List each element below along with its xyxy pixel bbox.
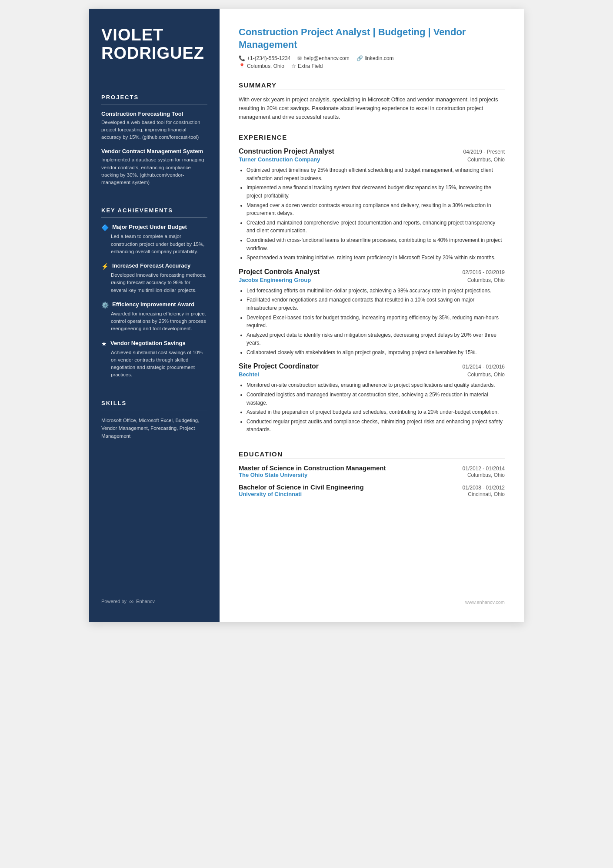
main-footer: www.enhancv.com — [239, 591, 505, 605]
main-content: Construction Project Analyst | Budgeting… — [220, 9, 524, 622]
education-item-1: Master of Science in Construction Manage… — [239, 464, 505, 478]
bullet: Coordinated with cross-functional teams … — [247, 236, 505, 252]
exp-bullets-2: Led forecasting efforts on multimillion-… — [239, 287, 505, 357]
exp-header-1: Construction Project Analyst 04/2019 - P… — [239, 147, 505, 155]
exp-header-3: Site Project Coordinator 01/2014 - 01/20… — [239, 362, 505, 370]
star-icon: ☆ — [291, 63, 296, 69]
phone-contact: 📞 +1-(234)-555-1234 — [239, 55, 290, 61]
achievement-icon-efficiency: ⚙️ — [101, 302, 109, 308]
exp-date-2: 02/2016 - 03/2019 — [463, 269, 505, 275]
exp-location-3: Columbus, Ohio — [467, 372, 505, 378]
achievement-icon-budget: 🔷 — [101, 224, 109, 231]
achievement-desc: Achieved substantial cost savings of 10%… — [101, 349, 207, 379]
exp-company-row-2: Jacobs Engineering Group Columbus, Ohio — [239, 277, 505, 283]
projects-divider — [101, 104, 207, 104]
exp-date-1: 04/2019 - Present — [463, 149, 505, 155]
exp-company-row-1: Turner Construction Company Columbus, Oh… — [239, 156, 505, 163]
exp-role-2: Project Controls Analyst — [239, 268, 320, 276]
exp-location-2: Columbus, Ohio — [467, 277, 505, 283]
edu-date-2: 01/2008 - 01/2012 — [463, 485, 505, 491]
projects-section-title: PROJECTS — [101, 94, 207, 101]
achievement-title: Major Project Under Budget — [112, 224, 187, 231]
brand-logo-icon: ∞ — [129, 598, 133, 605]
edu-school-row-2: University of Cincinnati Cincinnati, Ohi… — [239, 491, 505, 497]
email-icon: ✉ — [297, 55, 302, 61]
bullet: Assisted in the preparation of project b… — [247, 408, 505, 416]
exp-company-2: Jacobs Engineering Group — [239, 277, 311, 283]
achievement-item: ★ Vendor Negotiation Savings Achieved su… — [101, 340, 207, 379]
extra-value: Extra Field — [298, 63, 323, 69]
project-desc: Implemented a database system for managi… — [101, 156, 207, 186]
brand-name: Enhancv — [136, 599, 155, 604]
bullet: Implemented a new financial tracking sys… — [247, 184, 505, 200]
achievements-divider — [101, 217, 207, 218]
achievement-item: ⚡ Increased Forecast Accuracy Developed … — [101, 262, 207, 294]
email-value: help@enhancv.com — [303, 55, 349, 61]
skills-section-title: SKILLS — [101, 400, 207, 406]
edu-school-1: The Ohio State University — [239, 472, 307, 478]
bullet: Analyzed project data to identify risks … — [247, 331, 505, 347]
achievement-item: 🔷 Major Project Under Budget Led a team … — [101, 224, 207, 255]
experience-item-2: Project Controls Analyst 02/2016 - 03/20… — [239, 268, 505, 363]
exp-date-3: 01/2014 - 01/2016 — [463, 364, 505, 370]
bullet: Created and maintained comprehensive pro… — [247, 219, 505, 235]
education-item-2: Bachelor of Science in Civil Engineering… — [239, 483, 505, 497]
achievement-item: ⚙️ Efficiency Improvement Award Awarded … — [101, 301, 207, 333]
phone-value: +1-(234)-555-1234 — [247, 55, 290, 61]
exp-role-1: Construction Project Analyst — [239, 147, 334, 155]
achievement-title: Vendor Negotiation Savings — [110, 340, 186, 347]
experience-divider — [239, 142, 505, 142]
exp-company-1: Turner Construction Company — [239, 156, 320, 163]
skills-divider — [101, 410, 207, 410]
achievement-title: Increased Forecast Accuracy — [112, 262, 190, 270]
exp-company-3: Bechtel — [239, 371, 259, 378]
project-desc: Developed a web-based tool for construct… — [101, 119, 207, 141]
bullet: Coordinated logistics and managed invent… — [247, 391, 505, 407]
experience-section-title: EXPERIENCE — [239, 134, 505, 141]
edu-degree-2: Bachelor of Science in Civil Engineering — [239, 483, 364, 491]
experience-item-3: Site Project Coordinator 01/2014 - 01/20… — [239, 362, 505, 440]
achievement-desc: Led a team to complete a major construct… — [101, 233, 207, 255]
sidebar-footer: Powered by ∞ Enhancv — [101, 585, 207, 605]
exp-header-2: Project Controls Analyst 02/2016 - 03/20… — [239, 268, 505, 276]
education-section-title: EDUCATION — [239, 450, 505, 458]
edu-location-1: Columbus, Ohio — [467, 472, 505, 478]
edu-school-row-1: The Ohio State University Columbus, Ohio — [239, 472, 505, 478]
linkedin-value: linkedin.com — [365, 55, 394, 61]
bullet: Developed Excel-based tools for budget t… — [247, 314, 505, 330]
edu-header-2: Bachelor of Science in Civil Engineering… — [239, 483, 505, 491]
linkedin-icon: 🔗 — [356, 55, 363, 61]
achievement-header: ⚙️ Efficiency Improvement Award — [101, 301, 207, 308]
candidate-name: VIOLET RODRIGUEZ — [101, 26, 207, 63]
location-icon: 📍 — [239, 63, 245, 69]
powered-by: Powered by ∞ Enhancv — [101, 598, 207, 605]
project-title: Vendor Contract Management System — [101, 148, 207, 154]
edu-school-2: University of Cincinnati — [239, 491, 302, 497]
skills-text: Microsoft Office, Microsoft Excel, Budge… — [101, 416, 207, 440]
bullet: Monitored on-site construction activitie… — [247, 381, 505, 389]
achievement-header: 🔷 Major Project Under Budget — [101, 224, 207, 231]
education-divider — [239, 459, 505, 459]
project-title: Construction Forecasting Tool — [101, 111, 207, 117]
bullet: Led forecasting efforts on multimillion-… — [247, 287, 505, 295]
powered-by-label: Powered by — [101, 599, 127, 604]
project-item: Vendor Contract Management System Implem… — [101, 148, 207, 186]
footer-url: www.enhancv.com — [465, 600, 505, 605]
bullet: Facilitated vendor negotiations and mana… — [247, 296, 505, 312]
contact-row: 📞 +1-(234)-555-1234 ✉ help@enhancv.com 🔗… — [239, 55, 505, 61]
project-item: Construction Forecasting Tool Developed … — [101, 111, 207, 141]
summary-section-title: SUMMARY — [239, 81, 505, 89]
bullet: Optimized project timelines by 25% throu… — [247, 166, 505, 182]
exp-role-3: Site Project Coordinator — [239, 362, 319, 370]
achievement-desc: Awarded for increasing efficiency in pro… — [101, 310, 207, 333]
bullet: Conducted regular project audits and com… — [247, 418, 505, 434]
summary-divider — [239, 90, 505, 90]
achievement-icon-vendor: ★ — [101, 340, 107, 347]
resume-container: VIOLET RODRIGUEZ PROJECTS Construction F… — [89, 9, 524, 622]
bullet: Collaborated closely with stakeholders t… — [247, 349, 505, 357]
bullet: Spearheaded a team training initiative, … — [247, 254, 505, 262]
exp-bullets-1: Optimized project timelines by 25% throu… — [239, 166, 505, 262]
contact-row-2: 📍 Columbus, Ohio ☆ Extra Field — [239, 63, 505, 69]
exp-bullets-3: Monitored on-site construction activitie… — [239, 381, 505, 434]
edu-header-1: Master of Science in Construction Manage… — [239, 464, 505, 472]
